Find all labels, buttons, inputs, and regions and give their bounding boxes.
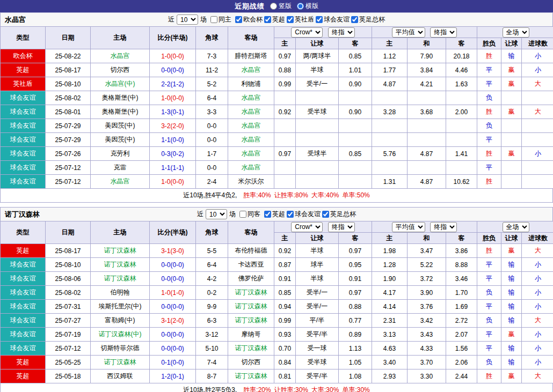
away-team[interactable]: 腓特烈斯塔 xyxy=(228,49,274,63)
home-team[interactable]: 诺丁汉森林(中) xyxy=(91,328,150,342)
away-team[interactable]: 利物浦 xyxy=(228,77,274,91)
away-team[interactable]: 诺丁汉森林 xyxy=(228,314,274,328)
home-team[interactable]: 埃斯托里尔(中) xyxy=(91,300,150,314)
score[interactable]: 3-1(2-0) xyxy=(150,314,196,328)
home-team[interactable]: 切斯特菲尔德 xyxy=(91,342,150,356)
league-checkbox[interactable] xyxy=(264,211,271,218)
score[interactable]: 1-0(1-0) xyxy=(150,286,196,300)
average-select[interactable]: 平均值 xyxy=(392,222,425,232)
score[interactable]: 1-1(1-1) xyxy=(150,161,196,175)
score[interactable]: 3-1(3-0) xyxy=(150,244,196,258)
home-team[interactable]: 伯明翰 xyxy=(91,286,150,300)
home-team[interactable]: 克劳利 xyxy=(91,147,150,161)
score[interactable]: 0-0(0-0) xyxy=(150,342,196,356)
home-team[interactable]: 诺丁汉森林 xyxy=(91,244,150,258)
home-team[interactable]: 美因茨(中) xyxy=(91,133,150,147)
score[interactable]: 1-0(0-0) xyxy=(150,91,196,105)
home-team[interactable]: 诺丁汉森林 xyxy=(91,356,150,369)
score[interactable]: 1-3(0-1) xyxy=(150,105,196,119)
score[interactable]: 0-0(0-0) xyxy=(150,258,196,272)
league-checkbox[interactable] xyxy=(351,16,358,23)
away-team[interactable]: 水晶宫 xyxy=(228,91,274,105)
home-team[interactable]: 水晶宫 xyxy=(91,175,150,189)
away-team[interactable]: 诺丁汉森林 xyxy=(228,300,274,314)
away-team[interactable]: 切尔西 xyxy=(228,356,274,369)
home-team[interactable]: 诺丁汉森林 xyxy=(91,258,150,272)
score[interactable]: 1-2(0-1) xyxy=(150,369,196,383)
home-team[interactable]: 切尔西 xyxy=(91,63,150,77)
score[interactable]: 3-2(2-0) xyxy=(150,119,196,133)
league-filter[interactable]: 英足总杯 xyxy=(351,15,385,24)
home-team[interactable]: 奥格斯堡(中) xyxy=(91,91,150,105)
score[interactable]: 0-0(0-0) xyxy=(150,328,196,342)
score[interactable]: 0-0(0-0) xyxy=(150,272,196,286)
away-team[interactable]: 米尔沃尔 xyxy=(228,175,274,189)
away-team[interactable]: 水晶宫 xyxy=(228,147,274,161)
league-filter[interactable]: 英社盾 xyxy=(287,15,314,24)
final-index-select-2[interactable]: 终指 xyxy=(430,27,457,38)
same-venue-filter[interactable]: 同主 xyxy=(210,15,231,24)
same-venue-checkbox[interactable] xyxy=(210,16,217,23)
odds-away: 0.90 xyxy=(339,105,372,119)
league-filter[interactable]: 英足总杯 xyxy=(322,210,356,219)
away-team[interactable]: 诺丁汉森林 xyxy=(228,286,274,300)
home-team[interactable]: 水晶宫(中) xyxy=(91,77,150,91)
final-index-select-2[interactable]: 终指 xyxy=(430,222,457,232)
score[interactable]: 0-0(0-0) xyxy=(150,300,196,314)
final-index-select[interactable]: 终指 xyxy=(328,222,355,232)
home-team[interactable]: 克雷 xyxy=(91,161,150,175)
home-team[interactable]: 诺丁汉森林 xyxy=(91,272,150,286)
same-venue-checkbox[interactable] xyxy=(239,211,246,218)
home-team[interactable]: 奥格斯堡(中) xyxy=(91,105,150,119)
company-select[interactable]: Crow* xyxy=(291,27,323,38)
home-team[interactable]: 美因茨(中) xyxy=(91,119,150,133)
league-filter[interactable]: 英超 xyxy=(264,210,285,219)
subcol-goals-result: 进球数 xyxy=(522,38,553,49)
score[interactable]: 0-0(0-0) xyxy=(150,63,196,77)
same-venue-filter[interactable]: 同客 xyxy=(239,210,260,219)
league-filter[interactable]: 英超 xyxy=(264,15,285,24)
score[interactable]: 1-0(0-0) xyxy=(150,175,196,189)
away-team[interactable]: 水晶宫 xyxy=(228,133,274,147)
away-team[interactable]: 卡达西亚 xyxy=(228,258,274,272)
layout-vertical-option[interactable]: 竖版 xyxy=(270,2,292,11)
league-checkbox[interactable] xyxy=(316,16,323,23)
away-team[interactable]: 水晶宫 xyxy=(228,63,274,77)
score[interactable]: 1-1(0-0) xyxy=(150,133,196,147)
horizontal-radio[interactable] xyxy=(297,3,304,10)
league-checkbox[interactable] xyxy=(287,16,294,23)
away-team[interactable]: 佛罗伦萨 xyxy=(228,272,274,286)
score[interactable]: 0-3(0-2) xyxy=(150,147,196,161)
league-checkbox[interactable] xyxy=(235,16,242,23)
home-team[interactable]: 西汉姆联 xyxy=(91,369,150,383)
league-filter[interactable]: 球会友谊 xyxy=(316,15,350,24)
away-team[interactable]: 诺丁汉森林 xyxy=(228,342,274,356)
layout-horizontal-option[interactable]: 横版 xyxy=(297,2,318,11)
league-checkbox[interactable] xyxy=(264,16,271,23)
final-index-select[interactable]: 终指 xyxy=(328,27,355,38)
league-checkbox[interactable] xyxy=(322,211,329,218)
home-team[interactable]: 富勒姆(中) xyxy=(91,314,150,328)
away-team[interactable]: 诺丁汉森林 xyxy=(228,369,274,383)
corners: 5-10 xyxy=(196,342,228,356)
match-count-select[interactable]: 10 xyxy=(206,209,227,219)
match-count-select[interactable]: 10 xyxy=(177,14,198,25)
fulltime-select[interactable]: 全场 xyxy=(503,222,529,232)
league-checkbox[interactable] xyxy=(287,211,294,218)
league-filter[interactable]: 欧会杯 xyxy=(235,15,263,24)
away-team[interactable]: 布伦特福德 xyxy=(228,244,274,258)
away-team[interactable]: 水晶宫 xyxy=(228,105,274,119)
score[interactable]: 1-0(0-0) xyxy=(150,49,196,63)
home-team[interactable]: 水晶宫 xyxy=(91,49,150,63)
match-row: 球会友谊 25-08-10 诺丁汉森林 0-0(0-0) 6-4 卡达西亚 0.… xyxy=(1,258,553,272)
away-team[interactable]: 水晶宫 xyxy=(228,119,274,133)
away-team[interactable]: 摩纳哥 xyxy=(228,328,274,342)
score[interactable]: 0-1(0-0) xyxy=(150,356,196,369)
company-select[interactable]: Crow* xyxy=(291,222,323,232)
away-team[interactable]: 水晶宫 xyxy=(228,161,274,175)
league-filter[interactable]: 球会友谊 xyxy=(287,210,321,219)
score[interactable]: 2-2(1-2) xyxy=(150,77,196,91)
average-select[interactable]: 平均值 xyxy=(392,27,425,38)
vertical-radio[interactable] xyxy=(270,3,277,10)
fulltime-select[interactable]: 全场 xyxy=(503,27,529,38)
